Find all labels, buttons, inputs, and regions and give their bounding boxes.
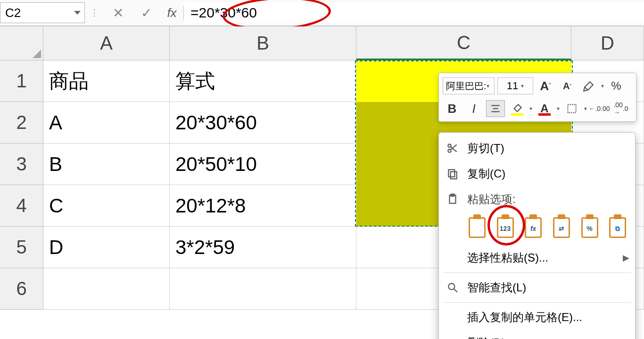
formula-input[interactable] xyxy=(184,2,644,23)
borders-icon xyxy=(566,102,578,115)
format-painter-button[interactable] xyxy=(579,77,598,94)
cell-A6[interactable] xyxy=(43,268,170,310)
ctx-cut[interactable]: 剪切(T) xyxy=(439,136,635,161)
align-center-icon xyxy=(489,102,502,115)
bold-button[interactable]: B xyxy=(443,100,462,117)
italic-button[interactable]: I xyxy=(464,100,483,117)
row-header-2[interactable]: 2 xyxy=(0,102,43,144)
context-menu: 剪切(T) 复制(C) 粘贴选项: 123 fx ⇄ % ⧉ xyxy=(438,132,636,339)
formula-bar: C2 ⋮ ✕ ✓ fx xyxy=(0,0,644,26)
row-header-5[interactable]: 5 xyxy=(0,227,43,268)
row-header-1[interactable]: 1 xyxy=(0,60,43,102)
cell-A1[interactable]: 商品 xyxy=(43,60,170,102)
svg-point-12 xyxy=(448,283,454,289)
scissors-icon xyxy=(445,140,461,156)
ctx-copy-label: 复制(C) xyxy=(467,166,505,181)
mini-toolbar: 阿里巴巴:▾ 11▾ Aˆ Aˇ ▾ % B I ▾ A ▾ ▾ ←.0.00 … xyxy=(438,73,636,122)
fx-button[interactable]: fx xyxy=(160,6,184,20)
submenu-arrow-icon: ▶ xyxy=(623,253,629,263)
borders-button[interactable] xyxy=(562,100,581,117)
ctx-copy[interactable]: 复制(C) xyxy=(439,161,635,186)
ctx-cut-label: 剪切(T) xyxy=(467,141,504,156)
menu-separator xyxy=(443,272,631,273)
paintbrush-icon xyxy=(583,80,595,92)
percent-button[interactable]: % xyxy=(607,77,626,94)
svg-rect-3 xyxy=(568,104,576,112)
cell-B4[interactable]: 20*12*8 xyxy=(170,185,356,227)
paste-link[interactable]: ⧉ xyxy=(606,214,629,241)
paste-values[interactable]: 123 xyxy=(494,214,517,241)
ctx-smart-lookup[interactable]: 智能查找(L) xyxy=(439,275,635,300)
paste-transpose[interactable]: ⇄ xyxy=(550,214,573,241)
cancel-formula-button[interactable]: ✕ xyxy=(104,5,132,21)
increase-decimal-button[interactable]: ←.0.00 xyxy=(590,100,609,117)
paste-options-row: 123 fx ⇄ % ⧉ xyxy=(439,212,635,245)
cell-B6[interactable] xyxy=(170,268,356,310)
increase-font-button[interactable]: Aˆ xyxy=(536,77,555,94)
svg-rect-8 xyxy=(448,170,454,177)
paste-formulas[interactable]: fx xyxy=(521,214,545,241)
select-all-corner[interactable] xyxy=(0,26,43,60)
paste-formatting[interactable]: % xyxy=(578,214,602,241)
font-size-combo[interactable]: 11▾ xyxy=(497,77,533,94)
align-center-button[interactable] xyxy=(486,100,505,117)
cell-B5[interactable]: 3*2*59 xyxy=(170,227,356,268)
ctx-paste-special[interactable]: 选择性粘贴(S)... ▶ xyxy=(439,245,635,271)
ctx-paste-options-header: 粘贴选项: xyxy=(439,186,635,212)
highlight-color-button[interactable] xyxy=(508,100,527,117)
col-header-A[interactable]: A xyxy=(43,26,170,60)
col-header-C[interactable]: C xyxy=(356,26,571,60)
decrease-font-button[interactable]: Aˇ xyxy=(558,77,577,94)
row-header-3[interactable]: 3 xyxy=(0,144,43,185)
decrease-decimal-button[interactable]: .00→.0 xyxy=(611,100,630,117)
font-name-combo[interactable]: 阿里巴巴:▾ xyxy=(443,77,495,94)
cell-A3[interactable]: B xyxy=(43,144,170,185)
cell-B2[interactable]: 20*30*60 xyxy=(170,102,356,144)
ctx-delete[interactable]: 删除(D)... xyxy=(439,330,635,339)
name-box-dropdown-icon[interactable] xyxy=(74,11,81,15)
confirm-formula-button[interactable]: ✓ xyxy=(132,5,160,21)
ctx-insert-copied-cells[interactable]: 插入复制的单元格(E)... xyxy=(439,305,635,330)
ctx-delete-label: 删除(D)... xyxy=(467,335,515,339)
svg-rect-9 xyxy=(451,172,457,179)
cell-B3[interactable]: 20*50*10 xyxy=(170,144,356,185)
ctx-insert-copied-label: 插入复制的单元格(E)... xyxy=(467,310,582,325)
svg-line-13 xyxy=(454,289,457,292)
cell-A2[interactable]: A xyxy=(43,102,170,144)
row-header-4[interactable]: 4 xyxy=(0,185,43,227)
search-icon xyxy=(445,280,461,296)
cell-A5[interactable]: D xyxy=(43,227,170,268)
copy-icon xyxy=(445,166,461,182)
name-box-value: C2 xyxy=(5,6,21,20)
ctx-smart-lookup-label: 智能查找(L) xyxy=(467,280,526,295)
row-header-6[interactable]: 6 xyxy=(0,268,43,310)
col-header-B[interactable]: B xyxy=(170,26,356,60)
font-color-button[interactable]: A xyxy=(535,100,554,117)
ctx-paste-options-label: 粘贴选项: xyxy=(467,192,516,207)
clipboard-icon xyxy=(445,191,461,207)
cell-B1[interactable]: 算式 xyxy=(170,60,356,102)
formula-bar-separator: ⋮ xyxy=(85,8,104,18)
name-box[interactable]: C2 xyxy=(0,2,85,23)
paste-default[interactable] xyxy=(465,214,489,241)
ctx-paste-special-label: 选择性粘贴(S)... xyxy=(467,250,548,265)
cell-A4[interactable]: C xyxy=(43,185,170,227)
col-header-D[interactable]: D xyxy=(571,26,644,60)
column-header-row: A B C D xyxy=(0,26,644,60)
menu-separator xyxy=(443,302,631,303)
